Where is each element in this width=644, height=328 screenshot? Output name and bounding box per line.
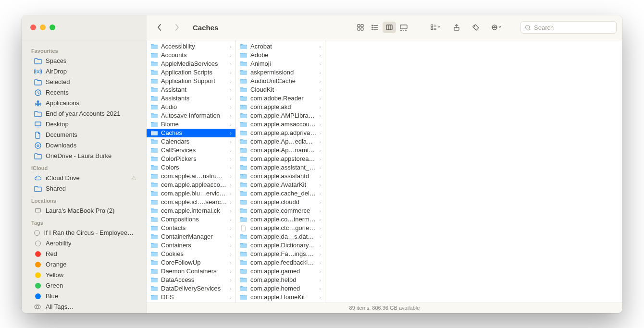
folder-row[interactable]: com.apple.ctc…gories.service› bbox=[236, 224, 325, 232]
chevron-right-icon: › bbox=[319, 70, 322, 75]
folder-row[interactable]: com.apple.homed› bbox=[236, 284, 325, 293]
folder-row[interactable]: AudioUnitCache› bbox=[236, 77, 325, 85]
folder-row[interactable]: Audio› bbox=[147, 103, 235, 111]
forward-button[interactable] bbox=[173, 23, 181, 32]
folder-row[interactable]: com.apple.commerce› bbox=[236, 207, 325, 215]
folder-row[interactable]: Biome› bbox=[147, 120, 235, 129]
folder-row[interactable]: Containers› bbox=[147, 241, 235, 250]
folder-row[interactable]: com.apple.appleaccountd› bbox=[147, 181, 235, 189]
folder-row[interactable]: Contacts› bbox=[147, 224, 235, 232]
folder-row[interactable]: CloudKit› bbox=[236, 85, 325, 94]
folder-row[interactable]: com.apple.Fa…ings.extension› bbox=[236, 250, 325, 258]
sidebar-item[interactable]: Recents bbox=[25, 87, 143, 98]
folder-row[interactable]: CoreFollowUp› bbox=[147, 258, 235, 267]
folder-row[interactable]: com.apple.cache_delete› bbox=[236, 189, 325, 198]
sidebar-item[interactable]: Applications bbox=[25, 98, 143, 109]
folder-row[interactable]: com.apple.Ap…ediaServices› bbox=[236, 137, 325, 146]
sidebar-item[interactable]: Red bbox=[25, 249, 143, 259]
folder-row[interactable]: AppleMediaServices› bbox=[147, 60, 235, 68]
search-field[interactable]: Search bbox=[520, 21, 617, 34]
folder-row[interactable]: com.apple.DictionaryServices› bbox=[236, 241, 325, 250]
sidebar-item[interactable]: If I Ran the Circus - Employee brainstor… bbox=[25, 228, 143, 238]
folder-row[interactable]: com.apple.icloud.fmfd› bbox=[236, 302, 325, 303]
folder-row[interactable]: com.apple.gamed› bbox=[236, 267, 325, 276]
folder-row[interactable]: Application Support› bbox=[147, 77, 235, 85]
folder-row[interactable]: Calendars› bbox=[147, 137, 235, 146]
sidebar-item[interactable]: AirDrop bbox=[25, 66, 143, 77]
folder-row[interactable]: Application Scripts› bbox=[147, 68, 235, 77]
folder-row[interactable]: com.apple.helpd› bbox=[236, 276, 325, 284]
folder-row[interactable]: askpermissiond› bbox=[236, 68, 325, 77]
folder-row[interactable]: Assistants› bbox=[147, 94, 235, 103]
column-view-button[interactable] bbox=[383, 22, 396, 33]
folder-row[interactable]: com.apple.ai…nstrumentation› bbox=[147, 172, 235, 181]
folder-row[interactable]: Autosave Information› bbox=[147, 111, 235, 120]
minimize-button[interactable] bbox=[40, 24, 46, 30]
folder-row[interactable]: com.apple.AMPLibraryAgent› bbox=[236, 111, 325, 120]
gallery-view-button[interactable] bbox=[397, 22, 410, 33]
folder-row[interactable]: com.apple.blu…ervices.cloud› bbox=[147, 189, 235, 198]
folder-row[interactable]: com.apple.cloudd› bbox=[236, 198, 325, 207]
folder-row[interactable]: Adobe› bbox=[236, 51, 325, 60]
folder-row[interactable]: DES› bbox=[147, 293, 235, 302]
folder-row[interactable]: com.apple.icl….searchpartyd› bbox=[147, 198, 235, 207]
sidebar-item[interactable]: End of year Accounts 2021 bbox=[25, 109, 143, 119]
folder-row[interactable]: com.adobe.Reader› bbox=[236, 94, 325, 103]
folder-row[interactable]: com.apple.Ap…namicService› bbox=[236, 146, 325, 155]
tags-button[interactable] bbox=[469, 22, 483, 33]
folder-row[interactable]: com.apple.da…s.dataaccessd› bbox=[236, 232, 325, 241]
folder-row[interactable]: com.apple.appstoreagent› bbox=[236, 155, 325, 163]
folder-row[interactable]: Compositions› bbox=[147, 215, 235, 224]
folder-row[interactable]: ColorPickers› bbox=[147, 155, 235, 163]
folder-row[interactable]: com.apple.assistant_service› bbox=[236, 163, 325, 172]
folder-row[interactable]: DataDeliveryServices› bbox=[147, 284, 235, 293]
folder-icon bbox=[150, 147, 158, 154]
back-button[interactable] bbox=[155, 23, 164, 32]
sidebar-item[interactable]: Aerobility bbox=[25, 238, 143, 249]
sidebar-item[interactable]: Blue bbox=[25, 291, 143, 302]
folder-row[interactable]: Accessibility› bbox=[147, 42, 235, 51]
list-view-button[interactable] bbox=[368, 22, 382, 33]
folder-row[interactable]: DataAccess› bbox=[147, 276, 235, 284]
sidebar-item[interactable]: Yellow bbox=[25, 270, 143, 280]
folder-row[interactable]: Cookies› bbox=[147, 250, 235, 258]
sidebar-item[interactable]: Laura's MacBook Pro (2) bbox=[25, 206, 143, 216]
sidebar-item[interactable]: Downloads bbox=[25, 140, 143, 151]
folder-row[interactable]: Animoji› bbox=[236, 60, 325, 68]
sidebar-item[interactable]: Documents bbox=[25, 130, 143, 140]
folder-row[interactable]: com.apple.internal.ck› bbox=[147, 207, 235, 215]
folder-row[interactable]: Colors› bbox=[147, 163, 235, 172]
sidebar-item[interactable]: Spaces bbox=[25, 56, 143, 66]
folder-row[interactable]: com.apple.assistantd› bbox=[236, 172, 325, 181]
folder-row[interactable]: Caches› bbox=[147, 129, 235, 137]
svg-point-9 bbox=[372, 29, 373, 30]
sidebar-item[interactable]: Green bbox=[25, 280, 143, 291]
folder-row[interactable]: Assistant› bbox=[147, 85, 235, 94]
sidebar-item[interactable]: OneDrive - Laura Burke bbox=[25, 151, 143, 161]
sidebar-item[interactable]: Desktop bbox=[25, 119, 143, 130]
folder-row[interactable]: Daemon Containers› bbox=[147, 267, 235, 276]
folder-row[interactable]: com.apple.amsaccountsd› bbox=[236, 120, 325, 129]
icon-view-button[interactable] bbox=[354, 22, 367, 33]
folder-row[interactable]: Acrobat› bbox=[236, 42, 325, 51]
sidebar-item[interactable]: Selected bbox=[25, 77, 143, 87]
folder-row[interactable]: com.apple.akd› bbox=[236, 103, 325, 111]
folder-row[interactable]: ContainerManager› bbox=[147, 232, 235, 241]
zoom-button[interactable] bbox=[50, 24, 55, 30]
folder-row[interactable]: DoNotDisturb› bbox=[147, 302, 235, 303]
folder-row[interactable]: com.apple.HomeKit› bbox=[236, 293, 325, 302]
folder-row[interactable]: Accounts› bbox=[147, 51, 235, 60]
folder-row[interactable]: com.apple.feedbacklogger› bbox=[236, 258, 325, 267]
folder-row[interactable]: com.apple.ap.adprivacyd› bbox=[236, 129, 325, 137]
folder-row[interactable]: com.apple.co…inermanagerd› bbox=[236, 215, 325, 224]
sidebar-item[interactable]: Orange bbox=[25, 259, 143, 270]
folder-row[interactable]: CallServices› bbox=[147, 146, 235, 155]
folder-row[interactable]: com.apple.AvatarKit› bbox=[236, 181, 325, 189]
group-button[interactable] bbox=[427, 22, 444, 33]
close-button[interactable] bbox=[30, 24, 36, 30]
sidebar-item[interactable]: All Tags… bbox=[25, 302, 143, 312]
sidebar-item[interactable]: iCloud Drive⚠ bbox=[25, 173, 143, 183]
action-button[interactable] bbox=[488, 22, 505, 33]
sidebar-item[interactable]: Shared bbox=[25, 183, 143, 194]
share-button[interactable] bbox=[450, 22, 463, 33]
